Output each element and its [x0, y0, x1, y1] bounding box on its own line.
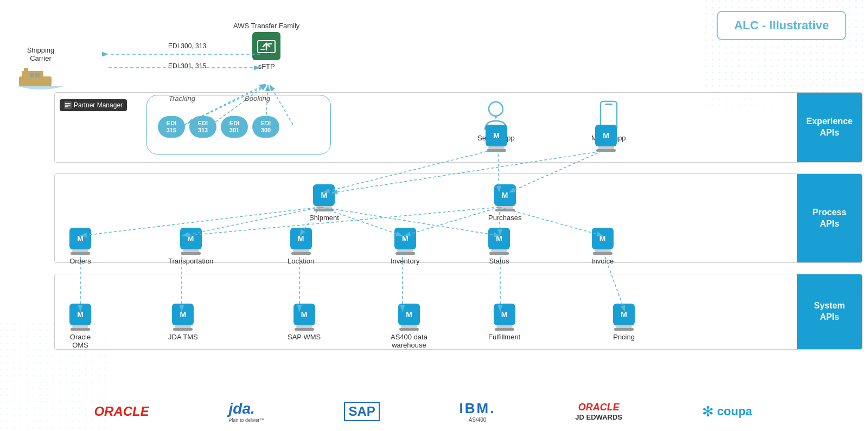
- mule-icon-shipment: M: [313, 184, 335, 206]
- edi-label-top: EDI 300, 313: [168, 42, 206, 50]
- edi-label-bottom: EDI 301, 315: [168, 62, 206, 70]
- edi-bubbles-row: EDI315 EDI313 EDI301 EDI300: [158, 116, 320, 138]
- mule-icon-location: M: [290, 228, 312, 249]
- ship-icon: [16, 66, 65, 93]
- tracking-label: Tracking: [169, 94, 195, 102]
- edi-315: EDI315: [158, 116, 185, 138]
- jda-logo: jda. Plan to deliver™: [229, 400, 265, 423]
- ibm-logo: IBM. AS/400: [459, 400, 496, 423]
- mule-inventory: M Inventory: [391, 228, 419, 265]
- mule-icon-purchases: M: [494, 184, 516, 206]
- svg-rect-9: [35, 73, 40, 78]
- sap-logo: SAP: [344, 402, 379, 421]
- mule-icon-service: M: [486, 125, 507, 146]
- location-label: Location: [288, 257, 314, 265]
- aws-icon: [252, 32, 280, 60]
- mule-mobile-app: M: [595, 125, 617, 146]
- mule-jda-tms: M JDA TMS: [168, 304, 198, 341]
- system-api-label: SystemAPIs: [797, 274, 862, 349]
- invoice-label: Invoice: [591, 257, 614, 265]
- experience-api-label: ExperienceAPIs: [797, 93, 862, 162]
- mule-icon-orders: M: [69, 228, 91, 249]
- mule-transportation: M Transportation: [168, 228, 213, 265]
- mule-icon-pricing: M: [613, 304, 635, 325]
- oracle-logo: ORACLE: [94, 404, 149, 419]
- coupa-star-icon: ✻: [702, 403, 714, 420]
- pricing-label: Pricing: [613, 333, 635, 341]
- as400-label: AS400 datawarehouse: [391, 333, 427, 349]
- edi-301: EDI301: [221, 116, 248, 138]
- orders-label: Orders: [69, 257, 91, 265]
- fulfillment-label: Fulfillment: [488, 333, 520, 341]
- jda-logo-sub: Plan to deliver™: [229, 417, 265, 423]
- mule-icon-mobile: M: [595, 125, 617, 146]
- shipping-carrier-label: ShippingCarrier: [16, 46, 65, 62]
- mule-service-app: M: [486, 125, 507, 146]
- partner-manager-label: Partner Manager: [74, 101, 123, 109]
- shipment-label: Shipment: [309, 214, 339, 222]
- booking-label: Booking: [245, 94, 270, 102]
- mule-icon-as400: M: [398, 304, 420, 325]
- mule-icon-fulfillment: M: [494, 304, 515, 325]
- mule-as400: M AS400 datawarehouse: [391, 304, 427, 349]
- status-label: Status: [489, 257, 509, 265]
- partner-manager: Partner Manager: [60, 99, 127, 111]
- mule-pricing: M Pricing: [613, 304, 635, 341]
- main-container: ALC - Illustrative AWS Transfer Family s…: [0, 0, 868, 431]
- svg-rect-8: [30, 73, 34, 78]
- logos-row: ORACLE jda. Plan to deliver™ SAP IBM. AS…: [54, 400, 792, 423]
- mule-fulfillment: M Fulfillment: [488, 304, 520, 341]
- transportation-label: Transportation: [168, 257, 213, 265]
- sap-wms-label: SAP WMS: [288, 333, 321, 341]
- mule-sap-wms: M SAP WMS: [288, 304, 321, 341]
- ibm-logo-sub: AS/400: [469, 417, 487, 423]
- mule-status: M Status: [488, 228, 510, 265]
- mule-location: M Location: [288, 228, 314, 265]
- edi-300: EDI300: [252, 116, 279, 138]
- ibm-logo-text: IBM.: [459, 400, 496, 417]
- mule-icon-status: M: [488, 228, 510, 249]
- mule-icon-sap-wms: M: [293, 304, 315, 325]
- mule-icon-oracle-oms: M: [69, 304, 91, 325]
- jda-logo-main: jda.: [229, 400, 255, 417]
- oracle-jde-oracle: ORACLE: [578, 402, 620, 413]
- purchases-label: Purchases: [488, 214, 521, 222]
- oracle-oms-label: OracleOMS: [70, 333, 91, 349]
- mule-orders: M Orders: [69, 228, 91, 265]
- svg-rect-7: [24, 68, 28, 72]
- mule-icon-inventory: M: [394, 228, 416, 249]
- mule-icon-jda-tms: M: [172, 304, 194, 325]
- oracle-jde-text: JD EDWARDS: [575, 413, 622, 421]
- mule-purchases: M Purchases: [488, 184, 521, 222]
- inventory-label: Inventory: [391, 257, 419, 265]
- partner-manager-icon: [64, 101, 72, 109]
- aws-transfer-family: AWS Transfer Family sFTP: [233, 22, 299, 70]
- mule-icon-transportation: M: [180, 228, 202, 249]
- svg-point-11: [489, 102, 503, 116]
- svg-rect-5: [19, 76, 52, 86]
- coupa-logo: ✻ coupa: [702, 403, 752, 420]
- coupa-text: coupa: [717, 404, 752, 419]
- svg-rect-13: [605, 104, 612, 105]
- edi-313: EDI313: [189, 116, 216, 138]
- mule-shipment: M Shipment: [309, 184, 339, 222]
- sftp-label: sFTP: [233, 62, 299, 70]
- oracle-jde-logo: ORACLE JD EDWARDS: [575, 402, 622, 421]
- aws-title: AWS Transfer Family: [233, 22, 299, 30]
- mule-oracle-oms: M OracleOMS: [69, 304, 91, 349]
- jda-tms-label: JDA TMS: [168, 333, 198, 341]
- mule-invoice: M Invoice: [591, 228, 614, 265]
- alc-label: ALC - Illustrative: [717, 11, 846, 40]
- tracking-booking-box: Tracking Booking EDI315 EDI313 EDI301 ED…: [146, 95, 331, 155]
- mule-icon-invoice: M: [592, 228, 614, 249]
- process-api-label: ProcessAPIs: [797, 174, 862, 262]
- shipping-carrier: ShippingCarrier: [16, 46, 65, 95]
